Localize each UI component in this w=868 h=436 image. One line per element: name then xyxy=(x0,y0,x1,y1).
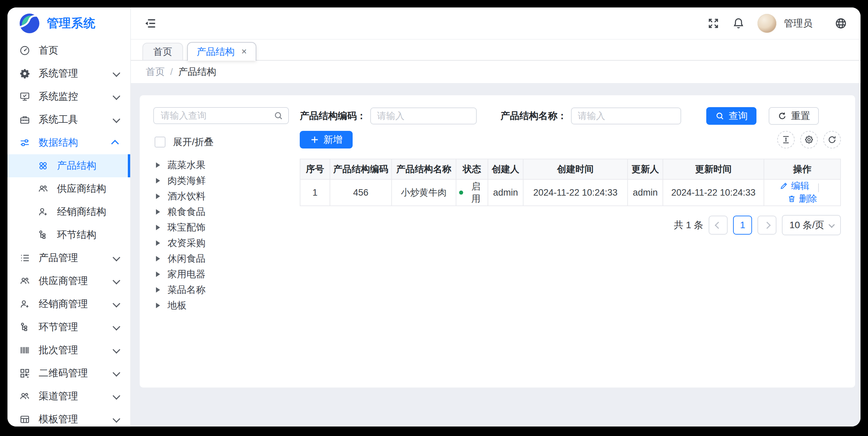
sidebar-item-system-management[interactable]: 系统管理 xyxy=(7,62,130,85)
sidebar-item-label: 系统工具 xyxy=(39,113,113,126)
sidebar-item-supplier-structure[interactable]: 供应商结构 xyxy=(7,177,130,200)
sidebar-item-qrcode-management[interactable]: 二维码管理 xyxy=(7,362,130,385)
edit-button[interactable]: 编辑 xyxy=(780,180,809,192)
chevron-down-icon xyxy=(113,300,120,308)
sidebar-item-product-management[interactable]: 产品管理 xyxy=(7,246,130,270)
data-table: 序号 产品结构编码 产品结构名称 状态 创建人 创建时间 更新人 更新时间 操作 xyxy=(300,159,841,206)
sidebar-item-data-structure[interactable]: 数据结构 xyxy=(7,131,130,154)
sidebar-item-label: 批次管理 xyxy=(39,343,113,357)
hierarchy-icon xyxy=(37,229,49,241)
table-header-row: 序号 产品结构编码 产品结构名称 状态 创建人 创建时间 更新人 更新时间 操作 xyxy=(300,159,841,179)
cell-updater: admin xyxy=(628,179,663,206)
caret-right-icon xyxy=(156,225,160,230)
tree-item[interactable]: 蔬菜水果 xyxy=(153,157,289,173)
code-input[interactable] xyxy=(370,107,477,124)
trash-icon xyxy=(787,194,796,203)
avatar[interactable] xyxy=(757,14,776,33)
tree-item[interactable]: 地板 xyxy=(153,298,289,313)
content-card: 展开/折叠 蔬菜水果 肉类海鲜 酒水饮料 粮食食品 珠宝配饰 农资采购 休闲食品… xyxy=(140,95,855,388)
user-name: 管理员 xyxy=(784,17,812,30)
chevron-down-icon xyxy=(113,69,120,77)
breadcrumb-current: 产品结构 xyxy=(178,65,216,78)
tree-panel: 展开/折叠 蔬菜水果 肉类海鲜 酒水饮料 粮食食品 珠宝配饰 农资采购 休闲食品… xyxy=(153,107,289,388)
tree-item[interactable]: 家用电器 xyxy=(153,266,289,282)
chevron-left-icon xyxy=(715,221,722,229)
users-icon xyxy=(37,183,49,195)
cell-index: 1 xyxy=(300,179,330,206)
refresh-icon[interactable] xyxy=(823,131,841,148)
sidebar-item-label: 经销商管理 xyxy=(39,297,113,311)
sidebar-item-dealer-management[interactable]: 经销商管理 xyxy=(7,293,130,316)
cell-update-time: 2024-11-22 10:24:33 xyxy=(663,179,764,206)
tree-search xyxy=(153,107,289,124)
prev-page-button[interactable] xyxy=(709,216,728,235)
sidebar-item-dealer-structure[interactable]: 经销商结构 xyxy=(7,200,130,223)
chevron-down-icon xyxy=(113,369,120,377)
col-header: 操作 xyxy=(764,159,841,179)
barcode-icon xyxy=(19,344,31,356)
page-number-button[interactable]: 1 xyxy=(733,216,752,235)
bell-icon[interactable] xyxy=(732,17,745,29)
delete-button[interactable]: 删除 xyxy=(787,193,817,205)
col-header: 状态 xyxy=(456,159,488,179)
cell-name: 小炒黄牛肉 xyxy=(392,179,456,206)
sidebar-item-batch-management[interactable]: 批次管理 xyxy=(7,339,130,362)
tab-home[interactable]: 首页 xyxy=(142,43,183,60)
add-button[interactable]: 新增 xyxy=(300,131,353,148)
caret-right-icon xyxy=(156,256,160,261)
sidebar-item-link-management[interactable]: 环节管理 xyxy=(7,316,130,339)
gear-icon xyxy=(19,68,31,79)
users-icon xyxy=(19,275,31,287)
sidebar-item-product-structure[interactable]: 产品结构 xyxy=(7,154,130,177)
tree-search-input[interactable] xyxy=(153,107,289,124)
filter-bar: 产品结构编码： 产品结构名称： 查询 重置 xyxy=(300,107,841,125)
expand-collapse-row: 展开/折叠 xyxy=(153,136,289,148)
tree-item[interactable]: 粮食食品 xyxy=(153,204,289,220)
top-header: 管理员 xyxy=(131,7,861,40)
tab-label: 首页 xyxy=(153,45,172,58)
sidebar-item-link-structure[interactable]: 环节结构 xyxy=(7,223,130,246)
col-header: 产品结构编码 xyxy=(330,159,392,179)
page-size-select[interactable]: 10 条/页 xyxy=(782,215,841,235)
toolbox-icon xyxy=(19,114,31,125)
tree-item[interactable]: 珠宝配饰 xyxy=(153,220,289,235)
globe-icon[interactable] xyxy=(835,17,847,29)
tab-product-structure[interactable]: 产品结构 × xyxy=(187,42,256,61)
next-page-button[interactable] xyxy=(757,216,776,235)
app-window: 管理系统 首页 系统管理 系统监控 系统工具 xyxy=(7,7,861,427)
tree-item[interactable]: 酒水饮料 xyxy=(153,189,289,204)
sidebar-item-system-tools[interactable]: 系统工具 xyxy=(7,108,130,131)
chevron-down-icon xyxy=(113,392,120,400)
sidebar-item-label: 系统监控 xyxy=(39,90,113,103)
menu-fold-icon[interactable] xyxy=(144,17,157,29)
expand-collapse-checkbox[interactable] xyxy=(155,137,165,147)
sidebar-item-system-monitor[interactable]: 系统监控 xyxy=(7,85,130,108)
breadcrumb-home[interactable]: 首页 xyxy=(146,65,165,78)
tree-item[interactable]: 菜品名称 xyxy=(153,282,289,298)
grid-icon xyxy=(19,414,31,425)
sidebar-item-label: 环节结构 xyxy=(57,228,119,242)
table-panel: 产品结构编码： 产品结构名称： 查询 重置 xyxy=(300,107,841,388)
cell-create-time: 2024-11-22 10:24:33 xyxy=(523,179,628,206)
sidebar-item-home[interactable]: 首页 xyxy=(7,39,130,62)
reset-button[interactable]: 重置 xyxy=(769,107,819,125)
users-icon xyxy=(19,391,31,402)
settings-icon[interactable] xyxy=(800,131,818,148)
tree-item[interactable]: 休闲食品 xyxy=(153,251,289,266)
sidebar-item-channel-management[interactable]: 渠道管理 xyxy=(7,385,130,408)
app-logo-icon xyxy=(19,13,40,34)
tree-item[interactable]: 农资采购 xyxy=(153,235,289,251)
row-height-icon[interactable] xyxy=(777,131,795,148)
name-input[interactable] xyxy=(571,107,681,124)
sidebar-item-supplier-management[interactable]: 供应商管理 xyxy=(7,270,130,293)
user-plus-icon xyxy=(19,298,31,310)
tree-item[interactable]: 肉类海鲜 xyxy=(153,173,289,189)
search-icon xyxy=(273,111,283,122)
fullscreen-icon[interactable] xyxy=(707,17,719,29)
divider xyxy=(818,183,819,192)
cell-actions: 编辑 删除 xyxy=(764,179,841,206)
sidebar-item-template-management[interactable]: 模板管理 xyxy=(7,408,130,427)
col-header: 产品结构名称 xyxy=(392,159,456,179)
search-button[interactable]: 查询 xyxy=(706,107,756,125)
close-icon[interactable]: × xyxy=(241,47,247,56)
